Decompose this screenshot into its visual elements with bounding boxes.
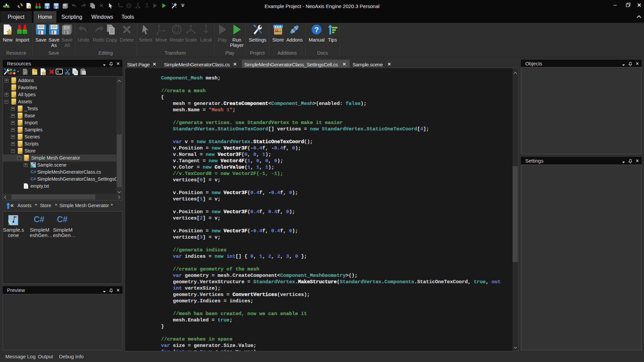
svg-text:?: ? [314, 25, 319, 34]
